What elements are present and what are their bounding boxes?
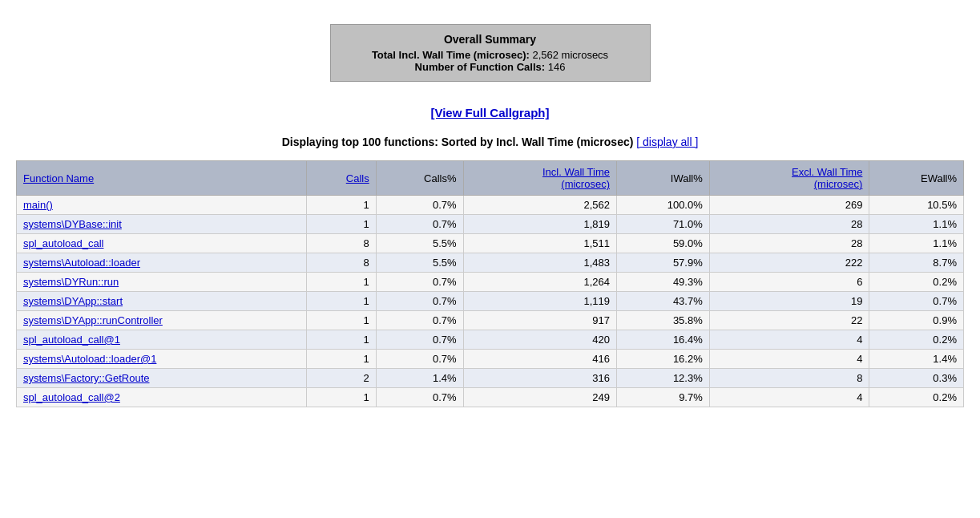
function-calls-label: Number of Function Calls:	[415, 61, 546, 73]
cell-calls_pct: 0.7%	[376, 350, 463, 369]
cell-excl_wall: 269	[709, 196, 869, 215]
col-incl-wall-link[interactable]: Incl. Wall Time(microsec)	[542, 166, 610, 190]
callgraph-link[interactable]: [View Full Callgraph]	[430, 106, 549, 119]
cell-fn-name: systems\DYBase::init	[17, 215, 307, 234]
cell-incl_wall: 1,511	[463, 234, 616, 253]
cell-excl_wall: 19	[709, 292, 869, 311]
callgraph-link-container: [View Full Callgraph]	[16, 106, 964, 119]
cell-fn-name: spl_autoload_call@1	[17, 330, 307, 350]
col-calls-link[interactable]: Calls	[346, 172, 369, 184]
cell-incl_wall: 1,819	[463, 215, 616, 234]
display-all-link[interactable]: [ display all ]	[636, 136, 698, 148]
cell-incl_wall: 416	[463, 350, 616, 369]
cell-calls: 1	[306, 311, 376, 330]
table-row: spl_autoload_call85.5%1,51159.0%281.1%	[17, 234, 964, 253]
cell-calls: 8	[306, 234, 376, 253]
cell-ewall_pct: 1.1%	[869, 215, 964, 234]
cell-fn-name: spl_autoload_call	[17, 234, 307, 253]
cell-iwall_pct: 43.7%	[617, 292, 710, 311]
cell-iwall_pct: 71.0%	[617, 215, 710, 234]
cell-calls_pct: 0.7%	[376, 215, 463, 234]
summary-box: Overall Summary Total Incl. Wall Time (m…	[330, 24, 651, 82]
cell-fn-name: spl_autoload_call@2	[17, 388, 307, 407]
cell-incl_wall: 917	[463, 311, 616, 330]
table-row: systems\Autoload::loader85.5%1,48357.9%2…	[17, 253, 964, 273]
cell-incl_wall: 420	[463, 330, 616, 350]
cell-calls: 8	[306, 253, 376, 273]
fn-name-link[interactable]: systems\Autoload::loader	[23, 257, 140, 269]
cell-incl_wall: 2,562	[463, 196, 616, 215]
function-calls-value: 146	[548, 61, 566, 73]
fn-name-link[interactable]: systems\Autoload::loader@1	[23, 353, 156, 365]
cell-fn-name: systems\Autoload::loader@1	[17, 350, 307, 369]
cell-calls_pct: 0.7%	[376, 311, 463, 330]
table-row: spl_autoload_call@210.7%2499.7%40.2%	[17, 388, 964, 407]
cell-iwall_pct: 49.3%	[617, 273, 710, 292]
cell-calls_pct: 0.7%	[376, 292, 463, 311]
cell-ewall_pct: 0.7%	[869, 292, 964, 311]
cell-iwall_pct: 16.4%	[617, 330, 710, 350]
col-excl-wall-link[interactable]: Excl. Wall Time(microsec)	[792, 166, 862, 190]
table-row: systems\DYApp::start10.7%1,11943.7%190.7…	[17, 292, 964, 311]
cell-fn-name: systems\DYApp::runController	[17, 311, 307, 330]
cell-calls: 1	[306, 215, 376, 234]
col-fn-name-link[interactable]: Function Name	[23, 172, 94, 184]
cell-iwall_pct: 9.7%	[617, 388, 710, 407]
cell-iwall_pct: 100.0%	[617, 196, 710, 215]
cell-ewall_pct: 0.3%	[869, 369, 964, 388]
table-row: systems\DYBase::init10.7%1,81971.0%281.1…	[17, 215, 964, 234]
function-calls-row: Number of Function Calls: 146	[347, 61, 634, 73]
fn-name-link[interactable]: systems\DYRun::run	[23, 276, 119, 288]
cell-incl_wall: 249	[463, 388, 616, 407]
table-row: systems\DYRun::run10.7%1,26449.3%60.2%	[17, 273, 964, 292]
fn-name-link[interactable]: systems\DYApp::runController	[23, 314, 163, 326]
cell-calls_pct: 1.4%	[376, 369, 463, 388]
fn-name-link[interactable]: spl_autoload_call	[23, 237, 103, 249]
cell-calls: 1	[306, 388, 376, 407]
table-row: systems\Factory::GetRoute21.4%31612.3%80…	[17, 369, 964, 388]
cell-calls: 1	[306, 330, 376, 350]
cell-calls_pct: 5.5%	[376, 253, 463, 273]
fn-name-link[interactable]: systems\DYApp::start	[23, 295, 123, 307]
fn-name-link[interactable]: spl_autoload_call@2	[23, 391, 120, 403]
cell-excl_wall: 22	[709, 311, 869, 330]
summary-title: Overall Summary	[347, 33, 634, 46]
col-ewall-pct: EWall%	[869, 161, 964, 196]
cell-excl_wall: 28	[709, 234, 869, 253]
cell-incl_wall: 1,119	[463, 292, 616, 311]
cell-iwall_pct: 57.9%	[617, 253, 710, 273]
cell-calls_pct: 0.7%	[376, 196, 463, 215]
fn-name-link[interactable]: spl_autoload_call@1	[23, 334, 120, 346]
table-row: main()10.7%2,562100.0%26910.5%	[17, 196, 964, 215]
cell-incl_wall: 1,264	[463, 273, 616, 292]
total-wall-time-row: Total Incl. Wall Time (microsec): 2,562 …	[347, 49, 634, 61]
cell-calls: 2	[306, 369, 376, 388]
cell-excl_wall: 6	[709, 273, 869, 292]
fn-name-link[interactable]: main()	[23, 199, 53, 211]
cell-excl_wall: 222	[709, 253, 869, 273]
cell-fn-name: systems\DYApp::start	[17, 292, 307, 311]
col-iwall-pct: IWall%	[617, 161, 710, 196]
cell-iwall_pct: 59.0%	[617, 234, 710, 253]
cell-ewall_pct: 10.5%	[869, 196, 964, 215]
cell-incl_wall: 316	[463, 369, 616, 388]
cell-excl_wall: 28	[709, 215, 869, 234]
cell-calls: 1	[306, 350, 376, 369]
cell-calls_pct: 0.7%	[376, 388, 463, 407]
cell-excl_wall: 8	[709, 369, 869, 388]
cell-ewall_pct: 0.2%	[869, 388, 964, 407]
cell-incl_wall: 1,483	[463, 253, 616, 273]
display-info-text: Displaying top 100 functions: Sorted by …	[282, 136, 634, 148]
cell-ewall_pct: 0.2%	[869, 273, 964, 292]
col-fn-name: Function Name	[17, 161, 307, 196]
cell-iwall_pct: 35.8%	[617, 311, 710, 330]
cell-iwall_pct: 12.3%	[617, 369, 710, 388]
col-calls-pct: Calls%	[376, 161, 463, 196]
cell-ewall_pct: 1.4%	[869, 350, 964, 369]
cell-fn-name: main()	[17, 196, 307, 215]
total-wall-time-value: 2,562 microsecs	[532, 49, 608, 61]
fn-name-link[interactable]: systems\DYBase::init	[23, 218, 122, 230]
display-info-container: Displaying top 100 functions: Sorted by …	[16, 136, 964, 148]
cell-fn-name: systems\DYRun::run	[17, 273, 307, 292]
fn-name-link[interactable]: systems\Factory::GetRoute	[23, 372, 150, 384]
